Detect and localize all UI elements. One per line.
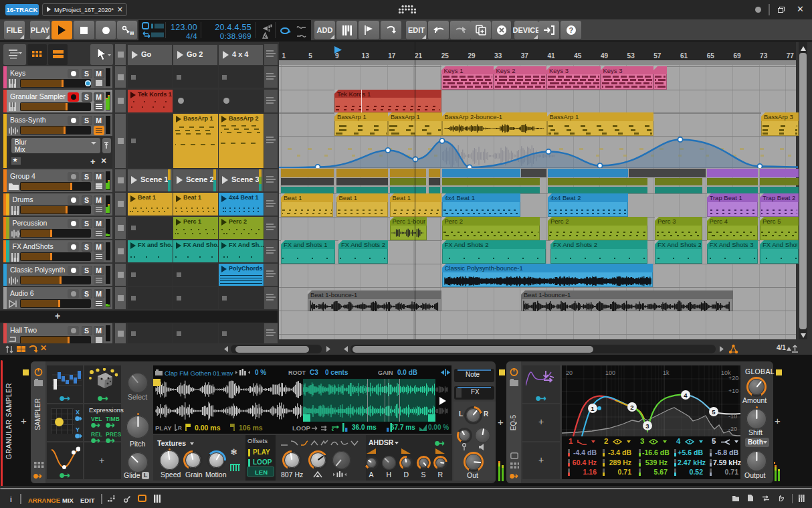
svg-text:5: 5 [712, 408, 716, 416]
svg-text:2: 2 [630, 404, 633, 411]
svg-text:?: ? [569, 26, 573, 34]
svg-text:w: w [129, 29, 134, 35]
svg-text:1: 1 [591, 405, 595, 412]
svg-text:R: R [178, 425, 182, 431]
svg-text:3: 3 [645, 422, 649, 430]
svg-text:4: 4 [684, 392, 688, 399]
